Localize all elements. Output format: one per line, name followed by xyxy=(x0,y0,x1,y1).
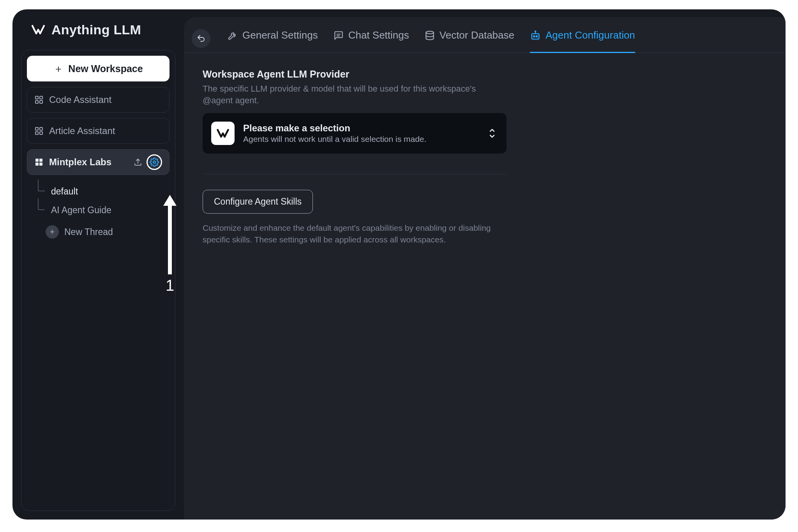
sidebar-panel: ＋ New Workspace Code Assistant Article A… xyxy=(21,50,175,511)
svg-point-17 xyxy=(533,35,535,37)
grid-icon xyxy=(34,95,44,104)
svg-point-15 xyxy=(426,31,434,34)
grid-icon xyxy=(34,126,44,136)
workspace-settings-button[interactable] xyxy=(147,154,162,170)
tab-vector-database[interactable]: Vector Database xyxy=(425,25,514,53)
configure-agent-skills-button[interactable]: Configure Agent Skills xyxy=(203,190,313,214)
agent-config-content: Workspace Agent LLM Provider The specifi… xyxy=(184,53,558,261)
branch-icon xyxy=(36,201,46,219)
workspace-item-mintplex-labs[interactable]: Mintplex Labs xyxy=(27,149,169,175)
undo-icon xyxy=(196,34,206,43)
plus-icon: ＋ xyxy=(53,62,64,76)
tab-label: Agent Configuration xyxy=(546,29,635,41)
robot-icon xyxy=(530,30,541,41)
thread-default[interactable]: default xyxy=(36,182,169,201)
svg-rect-0 xyxy=(35,96,38,99)
svg-rect-2 xyxy=(35,101,38,103)
workspace-label: Mintplex Labs xyxy=(49,157,128,168)
new-thread-button[interactable]: + New Thread xyxy=(36,221,169,243)
svg-point-12 xyxy=(153,161,155,163)
skills-description: Customize and enhance the default agent'… xyxy=(203,222,507,245)
tab-chat-settings[interactable]: Chat Settings xyxy=(334,25,409,53)
app-window: Anything LLM ＋ New Workspace Code Assist… xyxy=(12,9,786,520)
tab-label: General Settings xyxy=(242,29,318,41)
svg-rect-10 xyxy=(35,163,39,166)
thread-label: AI Agent Guide xyxy=(51,205,111,216)
tab-label: Chat Settings xyxy=(348,29,409,41)
svg-rect-4 xyxy=(35,127,38,130)
database-icon xyxy=(425,30,435,41)
upload-icon[interactable] xyxy=(133,157,143,167)
grid-icon xyxy=(34,157,44,167)
svg-rect-5 xyxy=(40,127,42,130)
provider-description: The specific LLM provider & model that w… xyxy=(203,83,499,106)
selector-subtitle: Agents will not work until a valid selec… xyxy=(243,134,480,144)
provider-logo-icon xyxy=(211,122,235,145)
thread-list: default AI Agent Guide + New Thread xyxy=(27,180,169,243)
svg-rect-9 xyxy=(39,159,42,162)
tab-label: Vector Database xyxy=(440,29,514,41)
chevron-updown-icon xyxy=(489,128,496,138)
brand: Anything LLM xyxy=(21,20,175,41)
branch-icon xyxy=(36,182,46,201)
wrench-icon xyxy=(228,30,238,41)
svg-point-19 xyxy=(535,31,536,32)
new-thread-label: New Thread xyxy=(64,227,113,237)
selector-text: Please make a selection Agents will not … xyxy=(243,123,480,144)
new-workspace-button[interactable]: ＋ New Workspace xyxy=(27,56,169,81)
svg-rect-11 xyxy=(39,163,42,166)
workspace-label: Code Assistant xyxy=(49,94,162,105)
svg-rect-7 xyxy=(40,132,42,134)
llm-provider-selector[interactable]: Please make a selection Agents will not … xyxy=(203,113,507,154)
provider-heading: Workspace Agent LLM Provider xyxy=(203,69,539,80)
svg-rect-8 xyxy=(35,159,39,162)
selector-title: Please make a selection xyxy=(243,123,480,134)
brand-logo-icon xyxy=(30,22,46,37)
svg-rect-16 xyxy=(532,34,539,39)
tab-general-settings[interactable]: General Settings xyxy=(228,25,318,53)
tab-agent-configuration[interactable]: Agent Configuration xyxy=(530,25,635,53)
workspace-item-article-assistant[interactable]: Article Assistant xyxy=(27,118,169,144)
settings-tabbar: General Settings Chat Settings Vector Da… xyxy=(184,17,786,53)
plus-icon: + xyxy=(46,225,59,239)
sidebar: Anything LLM ＋ New Workspace Code Assist… xyxy=(12,9,184,520)
main-panel: General Settings Chat Settings Vector Da… xyxy=(184,17,786,520)
gear-icon xyxy=(150,157,159,167)
workspace-label: Article Assistant xyxy=(49,125,162,136)
brand-name: Anything LLM xyxy=(51,22,141,37)
workspace-item-code-assistant[interactable]: Code Assistant xyxy=(27,87,169,113)
thread-ai-agent-guide[interactable]: AI Agent Guide xyxy=(36,201,169,219)
divider xyxy=(203,174,507,174)
back-button[interactable] xyxy=(192,29,210,48)
new-workspace-label: New Workspace xyxy=(68,63,143,74)
svg-rect-1 xyxy=(40,96,42,99)
svg-rect-6 xyxy=(35,132,38,134)
svg-point-18 xyxy=(536,35,538,37)
svg-rect-3 xyxy=(40,101,42,103)
thread-label: default xyxy=(51,186,78,197)
chat-icon xyxy=(334,30,344,41)
